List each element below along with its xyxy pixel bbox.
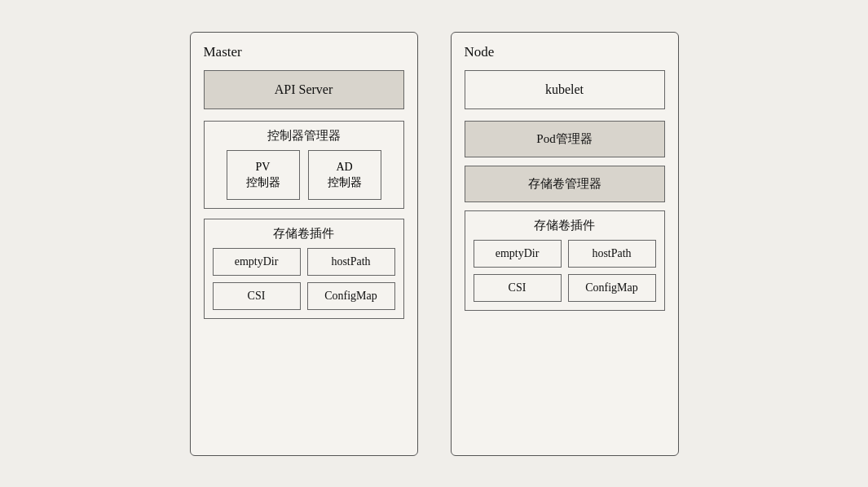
master-plugins-grid: emptyDir hostPath CSI ConfigMap <box>213 248 395 310</box>
master-plugin-hostpath: hostPath <box>307 248 395 276</box>
ad-controller-box: AD 控制器 <box>308 150 381 200</box>
master-box: Master API Server 控制器管理器 PV 控制器 AD 控制器 存… <box>190 32 418 456</box>
pv-controller-line2: 控制器 <box>242 175 284 191</box>
diagram-container: Master API Server 控制器管理器 PV 控制器 AD 控制器 存… <box>174 15 695 472</box>
ad-controller-line2: 控制器 <box>324 175 366 191</box>
storage-manager-label: 存储卷管理器 <box>528 177 601 190</box>
node-plugin-configmap: ConfigMap <box>568 274 656 302</box>
node-plugins-grid: emptyDir hostPath CSI ConfigMap <box>474 240 656 302</box>
ad-controller-line1: AD <box>324 159 366 175</box>
storage-manager-box: 存储卷管理器 <box>465 166 665 202</box>
pod-manager-box: Pod管理器 <box>465 121 665 157</box>
node-plugin-emptydir: emptyDir <box>474 240 562 268</box>
node-storage-plugins-title: 存储卷插件 <box>474 218 656 233</box>
controller-manager-title: 控制器管理器 <box>213 128 395 144</box>
api-server-label: API Server <box>275 82 333 96</box>
pv-controller-line1: PV <box>242 159 284 175</box>
node-title: Node <box>465 44 665 60</box>
pv-controller-box: PV 控制器 <box>227 150 300 200</box>
master-storage-plugins-title: 存储卷插件 <box>213 226 395 241</box>
master-plugin-csi: CSI <box>213 282 301 310</box>
pod-manager-label: Pod管理器 <box>536 132 592 145</box>
master-plugin-emptydir: emptyDir <box>213 248 301 276</box>
master-title: Master <box>204 44 404 60</box>
master-storage-plugins-section: 存储卷插件 emptyDir hostPath CSI ConfigMap <box>204 219 404 319</box>
node-plugin-hostpath: hostPath <box>568 240 656 268</box>
node-plugin-csi: CSI <box>474 274 562 302</box>
controller-manager-section: 控制器管理器 PV 控制器 AD 控制器 <box>204 121 404 209</box>
api-server-box: API Server <box>204 70 404 109</box>
master-plugin-configmap: ConfigMap <box>307 282 395 310</box>
node-storage-plugins-section: 存储卷插件 emptyDir hostPath CSI ConfigMap <box>465 210 665 311</box>
node-box: Node kubelet Pod管理器 存储卷管理器 存储卷插件 emptyDi… <box>451 32 679 456</box>
kubelet-box: kubelet <box>465 70 665 109</box>
kubelet-label: kubelet <box>545 82 584 96</box>
controllers-row: PV 控制器 AD 控制器 <box>213 150 395 200</box>
